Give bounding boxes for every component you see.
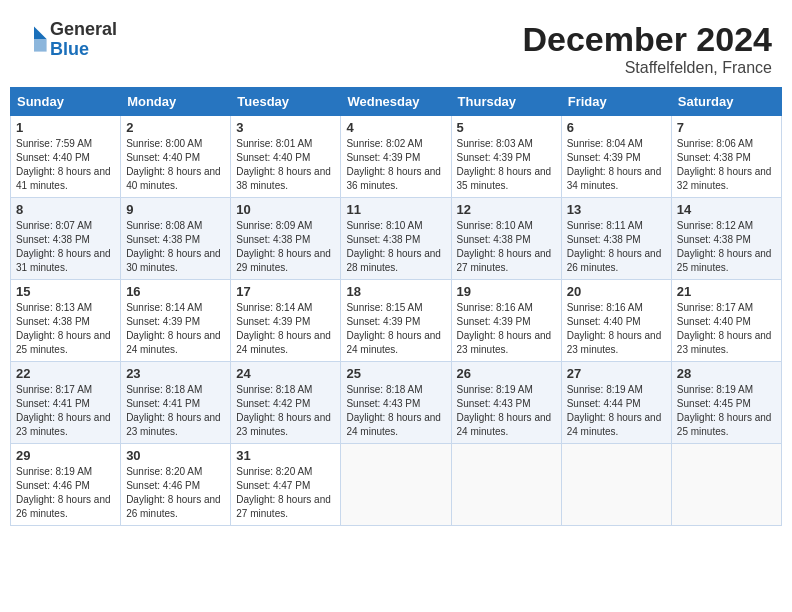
calendar-cell: 4 Sunrise: 8:02 AM Sunset: 4:39 PM Dayli…	[341, 116, 451, 198]
cell-content: Sunrise: 8:17 AM Sunset: 4:41 PM Dayligh…	[16, 383, 115, 439]
daylight-label: Daylight: 8 hours and 30 minutes.	[126, 248, 221, 273]
daylight-label: Daylight: 8 hours and 25 minutes.	[677, 412, 772, 437]
day-number: 21	[677, 284, 776, 299]
calendar-cell: 11 Sunrise: 8:10 AM Sunset: 4:38 PM Dayl…	[341, 198, 451, 280]
sunrise-label: Sunrise: 8:17 AM	[16, 384, 92, 395]
week-row-3: 15 Sunrise: 8:13 AM Sunset: 4:38 PM Dayl…	[11, 280, 782, 362]
daylight-label: Daylight: 8 hours and 32 minutes.	[677, 166, 772, 191]
daylight-label: Daylight: 8 hours and 34 minutes.	[567, 166, 662, 191]
week-row-2: 8 Sunrise: 8:07 AM Sunset: 4:38 PM Dayli…	[11, 198, 782, 280]
svg-marker-1	[34, 39, 47, 52]
day-number: 7	[677, 120, 776, 135]
sunset-label: Sunset: 4:38 PM	[457, 234, 531, 245]
daylight-label: Daylight: 8 hours and 23 minutes.	[457, 330, 552, 355]
calendar-cell	[671, 444, 781, 526]
page-header: General Blue December 2024 Staffelfelden…	[10, 10, 782, 82]
daylight-label: Daylight: 8 hours and 24 minutes.	[126, 330, 221, 355]
cell-content: Sunrise: 8:01 AM Sunset: 4:40 PM Dayligh…	[236, 137, 335, 193]
sunrise-label: Sunrise: 8:18 AM	[126, 384, 202, 395]
day-number: 6	[567, 120, 666, 135]
daylight-label: Daylight: 8 hours and 24 minutes.	[346, 412, 441, 437]
sunrise-label: Sunrise: 8:18 AM	[236, 384, 312, 395]
cell-content: Sunrise: 8:18 AM Sunset: 4:42 PM Dayligh…	[236, 383, 335, 439]
sunrise-label: Sunrise: 8:14 AM	[236, 302, 312, 313]
day-number: 16	[126, 284, 225, 299]
calendar-cell: 8 Sunrise: 8:07 AM Sunset: 4:38 PM Dayli…	[11, 198, 121, 280]
sunset-label: Sunset: 4:45 PM	[677, 398, 751, 409]
sunset-label: Sunset: 4:38 PM	[677, 234, 751, 245]
sunrise-label: Sunrise: 8:01 AM	[236, 138, 312, 149]
cell-content: Sunrise: 8:13 AM Sunset: 4:38 PM Dayligh…	[16, 301, 115, 357]
day-number: 29	[16, 448, 115, 463]
sunrise-label: Sunrise: 8:06 AM	[677, 138, 753, 149]
day-number: 17	[236, 284, 335, 299]
day-number: 1	[16, 120, 115, 135]
sunrise-label: Sunrise: 8:19 AM	[16, 466, 92, 477]
day-number: 13	[567, 202, 666, 217]
sunrise-label: Sunrise: 8:19 AM	[567, 384, 643, 395]
calendar-cell: 5 Sunrise: 8:03 AM Sunset: 4:39 PM Dayli…	[451, 116, 561, 198]
daylight-label: Daylight: 8 hours and 27 minutes.	[236, 494, 331, 519]
daylight-label: Daylight: 8 hours and 26 minutes.	[126, 494, 221, 519]
calendar-cell: 15 Sunrise: 8:13 AM Sunset: 4:38 PM Dayl…	[11, 280, 121, 362]
sunset-label: Sunset: 4:38 PM	[567, 234, 641, 245]
col-saturday: Saturday	[671, 88, 781, 116]
calendar-cell: 29 Sunrise: 8:19 AM Sunset: 4:46 PM Dayl…	[11, 444, 121, 526]
cell-content: Sunrise: 8:10 AM Sunset: 4:38 PM Dayligh…	[346, 219, 445, 275]
daylight-label: Daylight: 8 hours and 31 minutes.	[16, 248, 111, 273]
daylight-label: Daylight: 8 hours and 25 minutes.	[16, 330, 111, 355]
sunrise-label: Sunrise: 8:19 AM	[457, 384, 533, 395]
day-number: 22	[16, 366, 115, 381]
calendar-cell: 2 Sunrise: 8:00 AM Sunset: 4:40 PM Dayli…	[121, 116, 231, 198]
cell-content: Sunrise: 8:06 AM Sunset: 4:38 PM Dayligh…	[677, 137, 776, 193]
logo: General Blue	[20, 20, 117, 60]
cell-content: Sunrise: 8:04 AM Sunset: 4:39 PM Dayligh…	[567, 137, 666, 193]
daylight-label: Daylight: 8 hours and 38 minutes.	[236, 166, 331, 191]
day-number: 18	[346, 284, 445, 299]
calendar-cell	[561, 444, 671, 526]
col-friday: Friday	[561, 88, 671, 116]
sunrise-label: Sunrise: 8:14 AM	[126, 302, 202, 313]
day-number: 9	[126, 202, 225, 217]
sunrise-label: Sunrise: 8:16 AM	[457, 302, 533, 313]
calendar-cell: 25 Sunrise: 8:18 AM Sunset: 4:43 PM Dayl…	[341, 362, 451, 444]
sunrise-label: Sunrise: 8:15 AM	[346, 302, 422, 313]
sunset-label: Sunset: 4:39 PM	[346, 152, 420, 163]
sunrise-label: Sunrise: 8:17 AM	[677, 302, 753, 313]
cell-content: Sunrise: 8:20 AM Sunset: 4:46 PM Dayligh…	[126, 465, 225, 521]
sunrise-label: Sunrise: 8:03 AM	[457, 138, 533, 149]
sunset-label: Sunset: 4:38 PM	[126, 234, 200, 245]
sunset-label: Sunset: 4:38 PM	[677, 152, 751, 163]
col-monday: Monday	[121, 88, 231, 116]
cell-content: Sunrise: 8:14 AM Sunset: 4:39 PM Dayligh…	[126, 301, 225, 357]
week-row-4: 22 Sunrise: 8:17 AM Sunset: 4:41 PM Dayl…	[11, 362, 782, 444]
day-number: 25	[346, 366, 445, 381]
calendar-cell: 20 Sunrise: 8:16 AM Sunset: 4:40 PM Dayl…	[561, 280, 671, 362]
sunset-label: Sunset: 4:38 PM	[346, 234, 420, 245]
sunrise-label: Sunrise: 8:18 AM	[346, 384, 422, 395]
cell-content: Sunrise: 8:07 AM Sunset: 4:38 PM Dayligh…	[16, 219, 115, 275]
day-number: 3	[236, 120, 335, 135]
calendar-body: 1 Sunrise: 7:59 AM Sunset: 4:40 PM Dayli…	[11, 116, 782, 526]
cell-content: Sunrise: 8:03 AM Sunset: 4:39 PM Dayligh…	[457, 137, 556, 193]
sunset-label: Sunset: 4:39 PM	[346, 316, 420, 327]
daylight-label: Daylight: 8 hours and 40 minutes.	[126, 166, 221, 191]
cell-content: Sunrise: 8:19 AM Sunset: 4:43 PM Dayligh…	[457, 383, 556, 439]
cell-content: Sunrise: 8:16 AM Sunset: 4:39 PM Dayligh…	[457, 301, 556, 357]
days-header-row: Sunday Monday Tuesday Wednesday Thursday…	[11, 88, 782, 116]
calendar-cell: 10 Sunrise: 8:09 AM Sunset: 4:38 PM Dayl…	[231, 198, 341, 280]
sunrise-label: Sunrise: 7:59 AM	[16, 138, 92, 149]
sunset-label: Sunset: 4:40 PM	[236, 152, 310, 163]
sunrise-label: Sunrise: 8:16 AM	[567, 302, 643, 313]
day-number: 2	[126, 120, 225, 135]
sunrise-label: Sunrise: 8:08 AM	[126, 220, 202, 231]
calendar-cell: 14 Sunrise: 8:12 AM Sunset: 4:38 PM Dayl…	[671, 198, 781, 280]
sunrise-label: Sunrise: 8:09 AM	[236, 220, 312, 231]
calendar-cell: 31 Sunrise: 8:20 AM Sunset: 4:47 PM Dayl…	[231, 444, 341, 526]
calendar-cell: 24 Sunrise: 8:18 AM Sunset: 4:42 PM Dayl…	[231, 362, 341, 444]
day-number: 30	[126, 448, 225, 463]
calendar-cell	[451, 444, 561, 526]
cell-content: Sunrise: 8:16 AM Sunset: 4:40 PM Dayligh…	[567, 301, 666, 357]
daylight-label: Daylight: 8 hours and 26 minutes.	[567, 248, 662, 273]
sunset-label: Sunset: 4:39 PM	[236, 316, 310, 327]
